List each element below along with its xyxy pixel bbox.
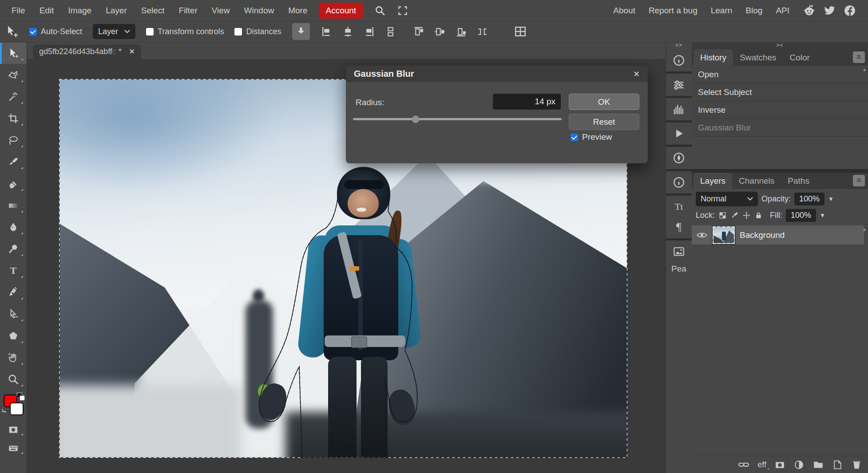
opacity-dropdown-icon[interactable]: ▼ — [828, 196, 834, 202]
panel-collapse-toggle[interactable]: >< — [692, 42, 868, 49]
align-left-button[interactable] — [321, 26, 333, 38]
history-menu-button[interactable]: ≡ — [853, 51, 865, 63]
folder-icon[interactable] — [813, 459, 824, 470]
menu-more[interactable]: More — [281, 6, 314, 16]
auto-select-checkbox[interactable] — [29, 28, 37, 35]
layer-effects-button[interactable]: eff — [757, 460, 766, 469]
eraser-tool[interactable] — [0, 173, 27, 194]
menu-image[interactable]: Image — [61, 6, 99, 16]
tab-close-icon[interactable]: ✕ — [129, 47, 135, 56]
menu-filter[interactable]: Filter — [172, 6, 205, 16]
distances-checkbox[interactable] — [234, 28, 242, 35]
target-dropdown[interactable]: Layer — [93, 24, 135, 39]
blur-tool[interactable] — [0, 216, 27, 238]
menu-file[interactable]: File — [4, 6, 32, 16]
dialog-close-icon[interactable]: ✕ — [633, 69, 640, 79]
background-color-swatch[interactable] — [10, 402, 24, 415]
reset-button[interactable]: Reset — [569, 114, 639, 130]
blend-mode-dropdown[interactable]: Normal — [696, 192, 758, 206]
type-tool[interactable]: T — [0, 260, 27, 281]
shape-tool[interactable] — [0, 325, 27, 347]
tab-swatches[interactable]: Swatches — [733, 49, 783, 66]
layer-thumbnail[interactable] — [713, 226, 735, 244]
radius-slider[interactable] — [353, 118, 562, 120]
distribute-vertical-button[interactable] — [384, 26, 396, 38]
align-center-horizontal-button[interactable] — [342, 26, 354, 38]
trash-icon[interactable] — [851, 459, 862, 470]
histogram-icon[interactable] — [672, 101, 686, 117]
menu-edit[interactable]: Edit — [32, 6, 61, 16]
distances-option[interactable]: Distances — [234, 27, 281, 36]
properties-info-icon[interactable] — [672, 174, 686, 190]
transform-controls-checkbox[interactable] — [146, 28, 154, 35]
tab-paths[interactable]: Paths — [781, 173, 816, 189]
mask-icon[interactable] — [774, 459, 785, 470]
menu-layer[interactable]: Layer — [99, 6, 134, 16]
auto-select-option[interactable]: Auto-Select — [29, 27, 82, 36]
lock-position-icon[interactable] — [742, 211, 751, 220]
tab-color[interactable]: Color — [783, 49, 816, 66]
adjustments-icon[interactable] — [672, 77, 686, 93]
brush-tool[interactable] — [0, 151, 27, 173]
fullscreen-icon[interactable] — [397, 5, 408, 16]
dodge-tool[interactable] — [0, 238, 27, 260]
tab-layers[interactable]: Layers — [694, 173, 732, 189]
compass-icon[interactable] — [672, 150, 686, 166]
distribute-horizontal-button[interactable] — [476, 26, 488, 38]
layer-row-background[interactable]: Background — [692, 225, 864, 244]
play-icon[interactable] — [673, 126, 685, 142]
pen-tool[interactable] — [0, 281, 27, 303]
search-icon[interactable] — [374, 5, 386, 16]
link-learn[interactable]: Learn — [711, 6, 733, 16]
dialog-titlebar[interactable]: Gaussian Blur ✕ — [346, 66, 648, 82]
move-tool[interactable] — [0, 42, 27, 64]
pea-label[interactable]: Pea — [671, 264, 686, 274]
path-select-tool[interactable] — [0, 303, 27, 325]
layers-menu-button[interactable]: ≡ — [853, 175, 865, 186]
fill-dropdown-icon[interactable]: ▼ — [820, 212, 825, 219]
download-button[interactable] — [292, 23, 310, 40]
link-icon[interactable] — [738, 459, 749, 470]
visibility-eye-icon[interactable] — [696, 232, 708, 239]
hand-tool[interactable] — [0, 347, 27, 368]
menu-view[interactable]: View — [205, 6, 237, 16]
document-tab[interactable]: gd5fb2246d43b4abffc * ✕ — [33, 44, 141, 59]
radius-input[interactable]: 14 px — [493, 94, 561, 110]
gradient-tool[interactable] — [0, 194, 27, 216]
history-item[interactable]: Gaussian Blur — [692, 119, 868, 137]
zoom-tool[interactable] — [0, 368, 27, 390]
link-report-bug[interactable]: Report a bug — [649, 6, 698, 16]
tab-channels[interactable]: Channels — [732, 173, 781, 189]
align-bottom-button[interactable] — [455, 26, 467, 38]
scroll-up-icon[interactable]: ▲ — [862, 67, 867, 72]
crop-tool[interactable] — [0, 107, 27, 129]
preview-option[interactable]: Preview — [571, 132, 612, 142]
account-button[interactable]: Account — [319, 3, 363, 19]
history-item[interactable]: Inverse — [692, 101, 868, 119]
align-right-button[interactable] — [363, 26, 375, 38]
preview-checkbox[interactable] — [571, 134, 578, 141]
lock-pixels-icon[interactable] — [730, 211, 739, 220]
link-about[interactable]: About — [613, 6, 635, 16]
opacity-value[interactable]: 100% — [794, 193, 824, 205]
align-middle-button[interactable] — [434, 26, 446, 38]
ok-button[interactable]: OK — [569, 94, 639, 110]
paragraph-panel-icon[interactable]: ¶ — [676, 219, 682, 235]
menu-select[interactable]: Select — [134, 6, 172, 16]
menu-window[interactable]: Window — [237, 6, 281, 16]
rail-collapse-toggle[interactable]: <> — [675, 42, 682, 49]
link-blog[interactable]: Blog — [745, 6, 762, 16]
image-panel-icon[interactable] — [672, 244, 686, 260]
quick-mask-tool[interactable] — [0, 420, 27, 439]
adjustment-icon[interactable] — [793, 459, 805, 470]
reddit-icon[interactable] — [803, 4, 816, 17]
lock-transparency-icon[interactable] — [718, 211, 727, 220]
polygonal-lasso-tool[interactable] — [0, 64, 27, 86]
history-item[interactable]: Open — [692, 66, 868, 83]
history-item[interactable]: Select Subject — [692, 83, 868, 101]
magic-wand-tool[interactable] — [0, 86, 27, 107]
transform-controls-option[interactable]: Transform controls — [146, 27, 224, 36]
tab-history[interactable]: History — [694, 49, 733, 66]
new-layer-icon[interactable] — [832, 459, 843, 470]
swap-colors-icon[interactable] — [2, 409, 8, 415]
